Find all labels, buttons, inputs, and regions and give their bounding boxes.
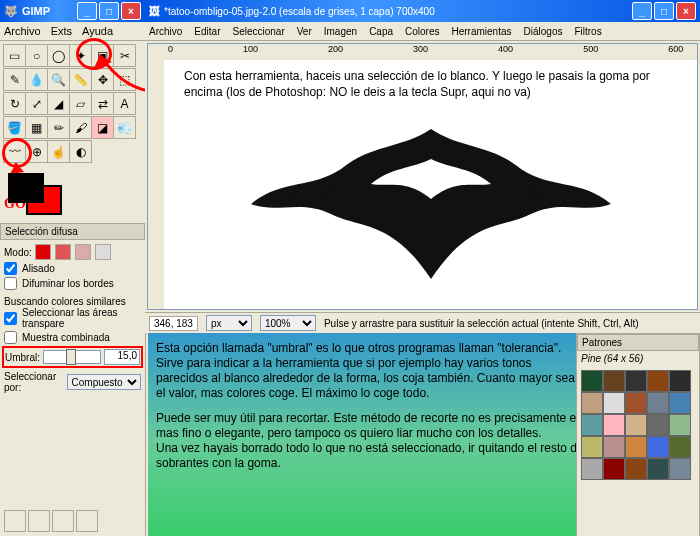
patterns-dock: Patrones Pine (64 x 56) (576, 333, 700, 536)
mode-subtract[interactable] (75, 244, 91, 260)
mode-replace[interactable] (35, 244, 51, 260)
paintbrush-tool[interactable]: 🖌 (69, 116, 92, 139)
blend-tool[interactable]: ▦ (25, 116, 48, 139)
eraser-tool[interactable]: ◪ (91, 116, 114, 139)
image-minimize-button[interactable]: _ (632, 2, 652, 20)
threshold-value[interactable]: 15,0 (104, 349, 140, 365)
pattern-swatch[interactable] (603, 370, 625, 392)
tool-options-body: Modo: Alisado Difuminar los bordes Busca… (0, 240, 145, 399)
sample-merged-checkbox[interactable] (4, 331, 17, 344)
img-menu-herramientas[interactable]: Herramientas (452, 26, 512, 37)
feather-checkbox[interactable] (4, 277, 17, 290)
img-menu-ver[interactable]: Ver (297, 26, 312, 37)
scissors-tool[interactable]: ✂ (113, 44, 136, 67)
paths-tool[interactable]: ✎ (3, 68, 26, 91)
scale-tool[interactable]: ⤢ (25, 92, 48, 115)
toolbox-menubar: Archivo Exts Ayuda (0, 22, 145, 41)
pattern-swatch[interactable] (625, 436, 647, 458)
pattern-swatch[interactable] (603, 436, 625, 458)
bucket-fill-tool[interactable]: 🪣 (3, 116, 26, 139)
pattern-swatch[interactable] (603, 458, 625, 480)
select-transparent-checkbox[interactable] (4, 312, 17, 325)
text-tool[interactable]: A (113, 92, 136, 115)
pattern-swatch[interactable] (647, 414, 669, 436)
ruler-horizontal: 0100200300400500600 (148, 44, 697, 61)
smudge-tool[interactable]: ☝ (47, 140, 70, 163)
save-options-button[interactable] (4, 510, 26, 532)
delete-options-button[interactable] (52, 510, 74, 532)
airbrush-tool[interactable]: 💨 (113, 116, 136, 139)
rotate-tool[interactable]: ↻ (3, 92, 26, 115)
close-button[interactable]: × (121, 2, 141, 20)
canvas-viewport[interactable]: 0100200300400500600 Con esta herramienta… (147, 43, 698, 310)
zoom-tool[interactable]: 🔍 (47, 68, 70, 91)
shear-tool[interactable]: ◢ (47, 92, 70, 115)
flip-tool[interactable]: ⇄ (91, 92, 114, 115)
explain-p2: Puede ser muy útil para recortar. Este m… (156, 411, 586, 441)
rect-select-tool[interactable]: ▭ (3, 44, 26, 67)
pattern-swatch[interactable] (581, 370, 603, 392)
img-menu-archivo[interactable]: Archivo (149, 26, 182, 37)
threshold-label: Umbral: (5, 352, 40, 363)
pattern-swatch[interactable] (581, 436, 603, 458)
dodge-tool[interactable]: ◐ (69, 140, 92, 163)
pattern-swatch[interactable] (625, 392, 647, 414)
img-menu-editar[interactable]: Editar (194, 26, 220, 37)
lasso-tool[interactable]: ◯ (47, 44, 70, 67)
mode-intersect[interactable] (95, 244, 111, 260)
pattern-swatch[interactable] (647, 370, 669, 392)
reset-options-button[interactable] (76, 510, 98, 532)
pattern-swatch[interactable] (647, 392, 669, 414)
pattern-swatch[interactable] (647, 436, 669, 458)
maximize-button[interactable]: □ (99, 2, 119, 20)
image-menubar: Archivo Editar Seleccionar Ver Imagen Ca… (145, 22, 700, 41)
pattern-swatch[interactable] (647, 458, 669, 480)
zoom-combo[interactable]: 100% (260, 315, 316, 331)
restore-options-button[interactable] (28, 510, 50, 532)
pattern-swatch[interactable] (603, 392, 625, 414)
antialias-checkbox[interactable] (4, 262, 17, 275)
mode-add[interactable] (55, 244, 71, 260)
unit-combo[interactable]: px (206, 315, 252, 331)
pattern-swatch[interactable] (581, 414, 603, 436)
pattern-swatch[interactable] (669, 436, 691, 458)
image-maximize-button[interactable]: □ (654, 2, 674, 20)
ellipse-select-tool[interactable]: ○ (25, 44, 48, 67)
pattern-swatch[interactable] (669, 458, 691, 480)
img-menu-colores[interactable]: Colores (405, 26, 439, 37)
move-tool[interactable]: ✥ (91, 68, 114, 91)
pattern-swatch[interactable] (669, 414, 691, 436)
measure-tool[interactable]: 📏 (69, 68, 92, 91)
pattern-swatch[interactable] (669, 370, 691, 392)
pattern-swatch[interactable] (581, 458, 603, 480)
crop-tool[interactable]: ⬚ (113, 68, 136, 91)
img-menu-capa[interactable]: Capa (369, 26, 393, 37)
color-picker-tool[interactable]: 💧 (25, 68, 48, 91)
pattern-swatch[interactable] (603, 414, 625, 436)
tribal-design-image (221, 119, 641, 289)
pattern-swatch[interactable] (625, 370, 647, 392)
menu-exts[interactable]: Exts (51, 25, 72, 37)
pattern-swatch[interactable] (669, 392, 691, 414)
canvas-content[interactable]: Con esta herramienta, haceis una selecci… (164, 60, 697, 309)
minimize-button[interactable]: _ (77, 2, 97, 20)
img-menu-filtros[interactable]: Filtros (574, 26, 601, 37)
pattern-swatch[interactable] (625, 458, 647, 480)
foreground-color[interactable] (8, 173, 44, 203)
menu-archivo[interactable]: Archivo (4, 25, 41, 37)
img-menu-dialogos[interactable]: Diálogos (524, 26, 563, 37)
sample-merged-label: Muestra combinada (22, 332, 110, 343)
image-close-button[interactable]: × (676, 2, 696, 20)
threshold-slider[interactable] (43, 350, 101, 364)
menu-ayuda[interactable]: Ayuda (82, 25, 113, 37)
img-menu-seleccionar[interactable]: Seleccionar (232, 26, 284, 37)
gimp-icon: 🐺 (4, 5, 18, 18)
pencil-tool[interactable]: ✏ (47, 116, 70, 139)
pattern-swatch[interactable] (625, 414, 647, 436)
img-menu-imagen[interactable]: Imagen (324, 26, 357, 37)
perspective-tool[interactable]: ▱ (69, 92, 92, 115)
antialias-label: Alisado (22, 263, 55, 274)
select-by-combo[interactable]: Compuesto (67, 374, 141, 390)
explain-p3: Una vez hayais borrado todo lo que no es… (156, 441, 586, 471)
pattern-swatch[interactable] (581, 392, 603, 414)
